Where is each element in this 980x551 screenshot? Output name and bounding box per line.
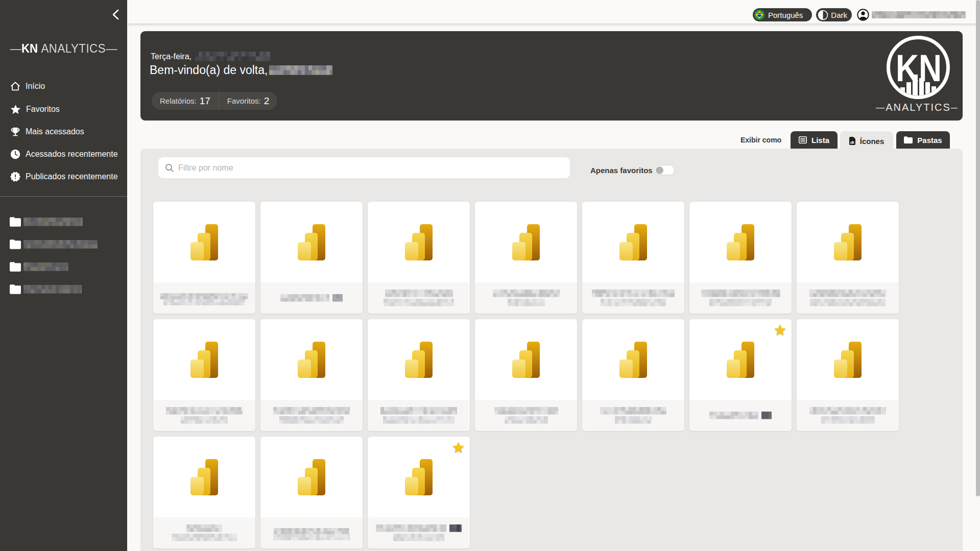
svg-text:—ANALYTICS—: —ANALYTICS— (876, 102, 958, 113)
svg-text:KN: KN (896, 47, 942, 89)
